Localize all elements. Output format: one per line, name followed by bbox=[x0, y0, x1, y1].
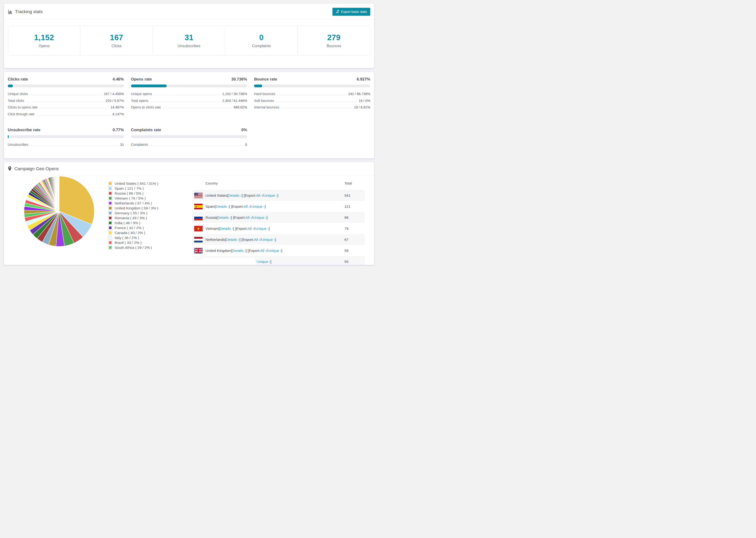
geo-table-row: Spain [Details ›] [Export: All › / Uniqu… bbox=[192, 201, 365, 212]
stat-label: Opens bbox=[38, 44, 50, 48]
export-unique-link[interactable]: Unique › bbox=[255, 227, 269, 231]
rate-section-opens: Opens rate30.736%Unique opens1,152 / 30.… bbox=[131, 77, 247, 119]
stat-label: Complaints bbox=[252, 44, 271, 48]
dotted-leader bbox=[276, 102, 357, 102]
country-name: Netherlands bbox=[205, 238, 225, 242]
export-label: Export: bbox=[249, 248, 260, 253]
country-name: Vietnam bbox=[205, 227, 219, 231]
legend-item-germany[interactable]: Germany ( 55 / 3% ) bbox=[108, 211, 158, 215]
stat-card-complaints: 0Complaints bbox=[225, 26, 298, 55]
stat-label: Clicks bbox=[112, 44, 122, 48]
legend-item-spain[interactable]: Spain ( 121 / 7% ) bbox=[108, 186, 158, 191]
rate-section-head: Unsubscribe rate0.77% bbox=[8, 128, 124, 133]
rate-progress-track bbox=[131, 84, 247, 87]
legend-swatch bbox=[108, 245, 112, 249]
legend-item-netherlands[interactable]: Netherlands ( 67 / 4% ) bbox=[108, 201, 158, 206]
pie-slice-65[interactable] bbox=[59, 176, 59, 211]
details-link[interactable]: Details › bbox=[233, 248, 246, 253]
legend-swatch bbox=[108, 182, 112, 186]
legend-item-italy[interactable]: Italy ( 36 / 2% ) bbox=[108, 235, 158, 240]
flag-ru-icon bbox=[194, 215, 203, 220]
rate-row-label: Unique opens bbox=[131, 92, 152, 96]
legend-item-russia[interactable]: Russia ( 86 / 5% ) bbox=[108, 191, 158, 196]
legend-swatch bbox=[108, 236, 112, 240]
geo-table-row: Russia [Details ›] [Export: All › / Uniq… bbox=[192, 212, 365, 223]
rate-row: Opens to clicks rate689.82% bbox=[131, 105, 247, 112]
bracket: ] bbox=[277, 193, 278, 198]
export-basic-stats-button[interactable]: Export basic stats bbox=[333, 8, 370, 16]
dotted-leader bbox=[149, 145, 243, 146]
legend-item-brazil[interactable]: Brazil ( 33 / 2% ) bbox=[108, 240, 158, 245]
export-unique-link[interactable]: Unique › bbox=[251, 204, 265, 209]
export-unique-link[interactable]: Unique › bbox=[261, 238, 275, 242]
legend-label: Vietnam ( 79 / 5% ) bbox=[115, 196, 145, 200]
rate-section-complaints: Complaints rate0%Complaints0 bbox=[131, 128, 247, 149]
rate-section-clicks: Clicks rate4.46%Unique clicks167 / 4.456… bbox=[8, 77, 124, 119]
legend-item-canada[interactable]: Canada ( 40 / 2% ) bbox=[108, 230, 158, 235]
rate-value: 4.46% bbox=[112, 77, 124, 82]
geo-total-cell: 55 bbox=[345, 260, 365, 264]
export-all-link[interactable]: All › bbox=[254, 238, 260, 242]
geo-total-cell: 541 bbox=[345, 193, 365, 198]
stat-value: 0 bbox=[259, 33, 264, 42]
legend-item-vietnam[interactable]: Vietnam ( 79 / 5% ) bbox=[108, 196, 158, 201]
legend-item-south-africa[interactable]: South Africa ( 29 / 2% ) bbox=[108, 245, 158, 250]
details-link[interactable]: Details › bbox=[220, 227, 233, 231]
export-unique-link[interactable]: Unique › bbox=[268, 248, 282, 253]
bracket: ] [ bbox=[242, 193, 244, 198]
stat-label: Bounces bbox=[327, 44, 341, 48]
rate-row-value: 2,303 / 61.446% bbox=[222, 99, 247, 103]
col-header-total: Total bbox=[345, 181, 365, 185]
legend-item-france[interactable]: France ( 42 / 2% ) bbox=[108, 225, 158, 230]
legend-item-united-states[interactable]: United States ( 541 / 31% ) bbox=[108, 181, 158, 186]
legend-item-united-kingdom[interactable]: United Kingdom ( 59 / 3% ) bbox=[108, 206, 158, 211]
map-pin-icon bbox=[8, 166, 12, 171]
export-all-link[interactable]: All › bbox=[248, 227, 254, 231]
geo-opens-table: Country Total United States [Details ›] … bbox=[192, 176, 365, 265]
rate-title: Complaints rate bbox=[131, 128, 161, 133]
stat-card-bounces: 279Bounces bbox=[297, 26, 370, 55]
legend-swatch bbox=[108, 191, 112, 195]
export-all-link[interactable]: All › bbox=[260, 248, 267, 253]
legend-label: South Africa ( 29 / 2% ) bbox=[115, 245, 152, 250]
rate-row-label: Hard bounces bbox=[254, 92, 275, 96]
legend-swatch bbox=[108, 241, 112, 244]
export-icon bbox=[336, 10, 339, 14]
rate-progress-fill bbox=[8, 84, 13, 87]
legend-item-india[interactable]: India ( 46 / 3% ) bbox=[108, 220, 158, 225]
legend-swatch bbox=[108, 221, 112, 225]
export-all-link[interactable]: All › bbox=[244, 204, 250, 209]
rate-rows: Unique opens1,152 / 30.736%Total opens2,… bbox=[131, 92, 247, 112]
details-link[interactable]: Details › bbox=[226, 238, 240, 242]
rate-section-head: Opens rate30.736% bbox=[131, 77, 247, 82]
rate-row-value: 19 / 6.81% bbox=[354, 105, 370, 109]
rate-row-label: Opens to clicks rate bbox=[131, 105, 161, 109]
rate-progress-fill bbox=[131, 84, 167, 87]
export-all-link[interactable]: All › bbox=[256, 193, 262, 198]
rate-rows: Unique clicks167 / 4.456%Total clicks220… bbox=[8, 92, 124, 119]
details-link[interactable]: Details › bbox=[228, 193, 242, 198]
rate-row-label: Clicks to opens rate bbox=[8, 105, 37, 109]
stat-card-opens: 1,152Opens bbox=[8, 26, 81, 55]
rate-row: Internal bounces19 / 6.81% bbox=[254, 105, 370, 112]
export-all-link[interactable]: All › bbox=[245, 215, 252, 220]
geo-total-cell: 121 bbox=[345, 204, 365, 209]
geo-opens-pie-chart[interactable] bbox=[22, 174, 96, 248]
legend-item-romania[interactable]: Romania ( 49 / 3% ) bbox=[108, 215, 158, 220]
rate-row: Unique opens1,152 / 30.736% bbox=[131, 92, 247, 99]
export-unique-link[interactable]: Unique › bbox=[257, 260, 270, 264]
export-label: Export: bbox=[234, 215, 245, 220]
export-unique-link[interactable]: Unique › bbox=[253, 215, 267, 220]
geo-title-text: Campaign Geo Opens bbox=[14, 166, 59, 171]
tracking-stats-title: Tracking stats bbox=[8, 9, 43, 14]
geo-total-cell: 59 bbox=[345, 248, 365, 253]
rate-title: Bounce rate bbox=[254, 77, 277, 82]
rate-row-label: Total opens bbox=[131, 99, 148, 103]
stats-summary-row: 1,152Opens167Clicks31Unsubscribes0Compla… bbox=[8, 26, 370, 55]
details-link[interactable]: Details › bbox=[216, 204, 229, 209]
rate-row-label: Complaints bbox=[131, 143, 148, 146]
legend-swatch bbox=[108, 231, 112, 235]
export-unique-link[interactable]: Unique › bbox=[263, 193, 277, 198]
tracking-stats-title-text: Tracking stats bbox=[15, 9, 43, 14]
details-link[interactable]: Details › bbox=[218, 215, 231, 220]
